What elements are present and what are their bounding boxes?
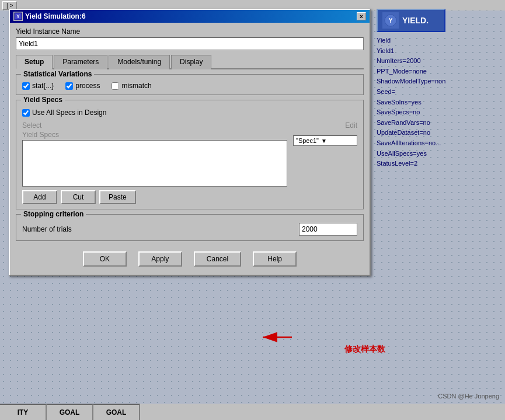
instance-name-label: Yield Instance Name <box>16 27 364 36</box>
window-icon: Y <box>13 12 23 21</box>
title-bar: Y Yield Simulation:6 × <box>10 10 370 23</box>
tab-models-tuning[interactable]: Models/tuning <box>109 55 170 69</box>
cancel-button[interactable]: Cancel <box>194 251 241 267</box>
yield-info-line-6: SaveSoIns=yes <box>377 97 445 108</box>
yield-info-line-7: SaveSpecs=no <box>377 107 445 118</box>
right-panel: Y YIELD. Yield Yield1 NumIters=2000 PPT_… <box>377 9 445 169</box>
specs-listbox[interactable] <box>22 140 287 187</box>
yield-info-panel: Yield Yield1 NumIters=2000 PPT_Mode=none… <box>377 36 445 169</box>
yield-info-line-5: Seed= <box>377 87 445 97</box>
yield-info-line-3: PPT_Mode=none <box>377 66 445 77</box>
paste-button[interactable]: Paste <box>99 190 136 204</box>
yield-specs-title: Yield Specs <box>21 96 65 104</box>
yield-specs-group: Yield Specs Use All Specs in Design Sele… <box>16 100 364 209</box>
stopping-criterion-title: Stopping criterion <box>21 210 86 218</box>
stat-checkbox-item: stat{...} <box>22 82 54 90</box>
status-segment-1: GOAL <box>47 404 93 420</box>
stat-checkbox[interactable] <box>22 82 30 90</box>
status-segment-2: GOAL <box>93 404 140 420</box>
red-arrow-svg <box>198 320 315 355</box>
spec-dropdown[interactable]: "Spec1" ▼ <box>293 135 357 146</box>
apply-button[interactable]: Apply <box>138 251 182 267</box>
use-all-specs-checkbox[interactable] <box>22 109 30 117</box>
cut-button[interactable]: Cut <box>61 190 96 204</box>
stopping-criterion-group: Stopping criterion Number of trials <box>16 214 364 241</box>
stat-label: stat{...} <box>32 82 54 90</box>
yield-info-line-2: NumIters=2000 <box>377 56 445 66</box>
bottom-status-bar: ITY GOAL GOAL <box>0 404 505 420</box>
svg-text:Y: Y <box>16 13 20 19</box>
dropdown-arrow-icon: ▼ <box>321 138 327 144</box>
process-checkbox-item: process <box>65 82 100 90</box>
dialog-window: Y Yield Simulation:6 × Yield Instance Na… <box>9 9 371 276</box>
yield-info-line-9: UpdateDataset=no <box>377 128 445 138</box>
process-checkbox[interactable] <box>65 82 73 90</box>
yield-button-icon: Y <box>382 12 399 29</box>
spec-dropdown-value: "Spec1" <box>296 137 319 144</box>
number-of-trials-label: Number of trials <box>22 225 72 233</box>
svg-text:Y: Y <box>389 18 393 24</box>
close-button[interactable]: × <box>357 12 366 20</box>
process-label: process <box>75 82 100 90</box>
specs-area: Select Yield Specs Add Cut Paste Edit "S… <box>22 121 357 204</box>
statistical-variations-group: Statistical Variations stat{...} process… <box>16 74 364 95</box>
yield-info-line-10: SaveAllIterations=no... <box>377 138 445 149</box>
number-of-trials-input[interactable] <box>299 223 357 236</box>
status-segment-0: ITY <box>0 404 47 420</box>
ok-button[interactable]: OK <box>83 251 127 267</box>
mismatch-checkbox[interactable] <box>112 82 119 90</box>
tab-setup[interactable]: Setup <box>16 55 53 69</box>
bottom-buttons-row: OK Apply Cancel Help <box>16 246 364 270</box>
specs-buttons-row: Add Cut Paste <box>22 190 287 204</box>
use-all-specs-row: Use All Specs in Design <box>22 108 357 117</box>
tab-parameters[interactable]: Parameters <box>54 55 107 69</box>
yield-specs-inner-label: Yield Specs <box>22 131 287 139</box>
watermark: CSDN @He Junpeng <box>438 393 499 400</box>
checkboxes-row: stat{...} process mismatch <box>22 82 357 90</box>
select-label: Select <box>22 121 287 130</box>
annotation-text: 修改样本数 <box>344 344 385 355</box>
stopping-row: Number of trials <box>22 223 357 236</box>
mismatch-label: mismatch <box>121 82 151 90</box>
instance-name-input[interactable] <box>16 37 364 50</box>
mismatch-checkbox-item: mismatch <box>112 82 151 90</box>
edit-label: Edit <box>345 121 357 130</box>
yield-button[interactable]: Y YIELD. <box>377 9 445 32</box>
use-all-specs-label: Use All Specs in Design <box>32 108 106 117</box>
specs-left-panel: Select Yield Specs Add Cut Paste <box>22 121 287 204</box>
yield-info-line-11: UseAllSpecs=yes <box>377 149 445 159</box>
help-button[interactable]: Help <box>253 251 297 267</box>
yield-button-text: YIELD. <box>402 16 429 25</box>
title-bar-left: Y Yield Simulation:6 <box>13 12 86 21</box>
yield-info-line-12: StatusLevel=2 <box>377 159 445 169</box>
tabs-container: Setup Parameters Models/tuning Display <box>16 54 364 69</box>
yield-info-line-8: SaveRandVars=no <box>377 118 445 128</box>
yield-info-line-1: Yield1 <box>377 46 445 57</box>
dialog-title: Yield Simulation:6 <box>25 12 86 20</box>
yield-info-line-4: ShadowModelType=non <box>377 76 445 87</box>
add-button[interactable]: Add <box>22 190 57 204</box>
yield-info-line-0: Yield <box>377 36 445 46</box>
tab-display[interactable]: Display <box>171 55 211 69</box>
specs-right-panel: Edit "Spec1" ▼ <box>293 121 357 204</box>
statistical-variations-title: Statistical Variations <box>21 70 94 78</box>
dialog-content: Yield Instance Name Setup Parameters Mod… <box>10 23 370 275</box>
